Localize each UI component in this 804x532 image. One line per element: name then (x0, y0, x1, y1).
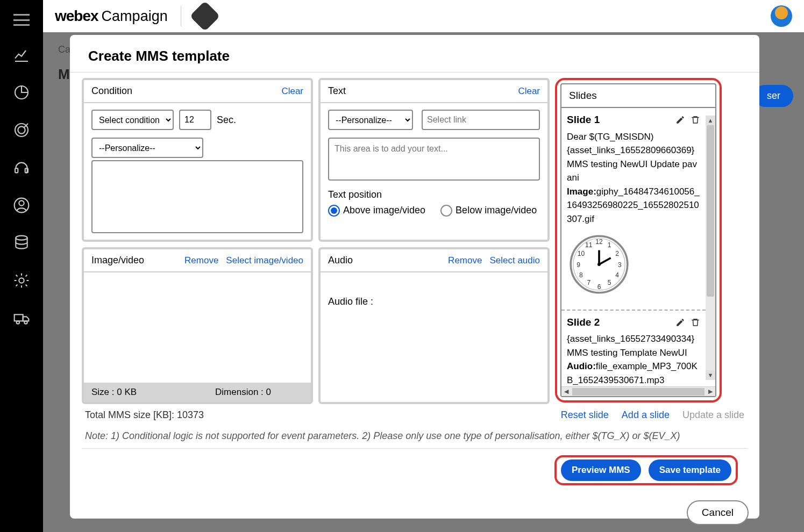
clock-icon: 12369 1245 781011 (567, 232, 631, 297)
vertical-scrollbar[interactable] (706, 125, 715, 370)
modal-title: Create MMS template (70, 35, 759, 72)
seconds-label: Sec. (217, 114, 236, 126)
user-icon[interactable] (13, 197, 30, 214)
audio-label: Audio (328, 255, 353, 266)
add-slide-link[interactable]: Add a slide (622, 409, 670, 421)
note-text: Note: 1) Conditional logic is not suppor… (85, 430, 744, 442)
image-label: Image/video (91, 255, 144, 266)
radio-above[interactable]: Above image/video (328, 205, 425, 217)
hamburger-icon[interactable] (13, 14, 30, 26)
condition-label: Condition (91, 85, 132, 97)
delete-icon[interactable] (691, 318, 700, 327)
select-condition-dropdown[interactable]: Select condition (91, 110, 174, 130)
slides-highlight: Slides Slide 1 (555, 78, 722, 402)
avatar[interactable] (771, 5, 792, 27)
svg-point-7 (16, 236, 27, 240)
truck-icon[interactable] (13, 310, 30, 327)
audio-panel: Audio Remove Select audio Audio file : (318, 247, 550, 404)
text-position-label: Text position (328, 189, 540, 200)
update-slide-link[interactable]: Update a slide (682, 409, 744, 421)
personalize-dropdown[interactable]: --Personalize-- (91, 138, 203, 158)
text-personalize-dropdown[interactable]: --Personalize-- (328, 110, 413, 130)
radio-below[interactable]: Below image/video (440, 205, 537, 217)
slides-label: Slides (561, 84, 715, 108)
svg-point-8 (19, 278, 24, 283)
text-content-textarea[interactable] (328, 138, 540, 181)
edit-icon[interactable] (675, 318, 685, 327)
audio-file-label: Audio file : (321, 272, 547, 331)
button-highlight: Preview MMS Save template (554, 455, 738, 485)
svg-point-6 (19, 200, 24, 205)
svg-text:3: 3 (618, 261, 622, 269)
brand-name: webex (55, 8, 98, 25)
svg-point-28 (597, 263, 601, 266)
image-drop-area[interactable] (84, 272, 311, 383)
svg-text:10: 10 (578, 250, 585, 257)
svg-text:12: 12 (595, 238, 603, 246)
seconds-input[interactable] (179, 110, 211, 130)
slide-1[interactable]: Slide 1 Dear $(TG_MSISDN) {asset_links_1… (561, 108, 706, 311)
scroll-down-icon[interactable]: ▼ (706, 370, 715, 380)
svg-text:4: 4 (615, 271, 619, 279)
slide-2-line1: {asset_links_16552733490334} (567, 332, 700, 346)
svg-rect-3 (15, 168, 18, 172)
total-mms-size: Total MMS size [KB]: 10373 (85, 409, 204, 421)
select-link-input[interactable] (422, 110, 540, 130)
condition-panel: Condition Clear Select condition Sec. --… (82, 78, 313, 242)
pie-icon[interactable] (13, 84, 30, 101)
divider (181, 6, 181, 26)
svg-text:2: 2 (615, 250, 619, 257)
slides-column: Slides Slide 1 (555, 78, 722, 404)
slide-2[interactable]: Slide 2 {asset_links_16552733490334} MMS… (561, 311, 706, 387)
slide-1-line2: {asset_links_16552809660369} (567, 143, 700, 157)
database-icon[interactable] (13, 234, 30, 251)
headset-icon[interactable] (13, 159, 30, 176)
bg-pill[interactable]: ser (754, 85, 793, 107)
select-image-link[interactable]: Select image/video (226, 255, 303, 266)
gear-icon[interactable] (13, 272, 30, 289)
text-label: Text (328, 85, 346, 97)
create-mms-modal: Create MMS template Condition Clear Sele… (70, 35, 759, 519)
brand-logo-icon (189, 1, 220, 32)
chart-line-icon[interactable] (13, 46, 30, 63)
select-audio-link[interactable]: Select audio (489, 255, 540, 266)
svg-point-10 (17, 321, 19, 323)
svg-text:11: 11 (585, 241, 593, 249)
text-panel: Text Clear --Personalize-- Text position… (318, 78, 550, 242)
image-dimension: Dimension : 0 (215, 387, 303, 398)
sidebar (0, 0, 43, 532)
scroll-right-icon: ▶ (706, 388, 715, 395)
save-template-button[interactable]: Save template (649, 459, 731, 481)
slide-2-title: Slide 2 (567, 315, 600, 330)
scroll-up-icon[interactable]: ▲ (706, 116, 715, 125)
clear-condition-link[interactable]: Clear (281, 86, 303, 97)
svg-rect-9 (15, 314, 23, 321)
svg-text:6: 6 (597, 283, 601, 291)
remove-audio-link[interactable]: Remove (448, 255, 482, 266)
horizontal-scrollbar[interactable]: ◀ ▶ (561, 386, 715, 396)
slide-1-title: Slide 1 (567, 112, 600, 128)
slide-2-line2: MMS testing Template NewUI (567, 346, 700, 360)
slide-1-line3: MMS testing NewUI Update pavani (567, 157, 700, 185)
svg-text:9: 9 (577, 261, 580, 269)
condition-textarea[interactable] (91, 160, 303, 233)
slide-2-audio-label: Audio: (567, 361, 596, 371)
target-icon[interactable] (13, 121, 30, 139)
image-size: Size : 0 KB (91, 387, 137, 398)
slide-1-image-label: Image: (567, 186, 596, 197)
svg-text:5: 5 (608, 279, 611, 286)
svg-text:8: 8 (579, 271, 583, 279)
slide-1-line1: Dear $(TG_MSISDN) (567, 130, 700, 144)
delete-icon[interactable] (691, 115, 700, 125)
preview-mms-button[interactable]: Preview MMS (561, 459, 641, 481)
scroll-left-icon: ◀ (561, 388, 571, 395)
svg-text:7: 7 (587, 279, 590, 286)
reset-slide-link[interactable]: Reset slide (561, 409, 609, 421)
svg-text:1: 1 (608, 241, 611, 249)
remove-image-link[interactable]: Remove (184, 255, 218, 266)
brand-sub: Campaign (102, 8, 168, 25)
clear-text-link[interactable]: Clear (518, 86, 540, 97)
header: webex Campaign (43, 0, 804, 32)
edit-icon[interactable] (675, 115, 685, 125)
cancel-button[interactable]: Cancel (687, 500, 749, 525)
